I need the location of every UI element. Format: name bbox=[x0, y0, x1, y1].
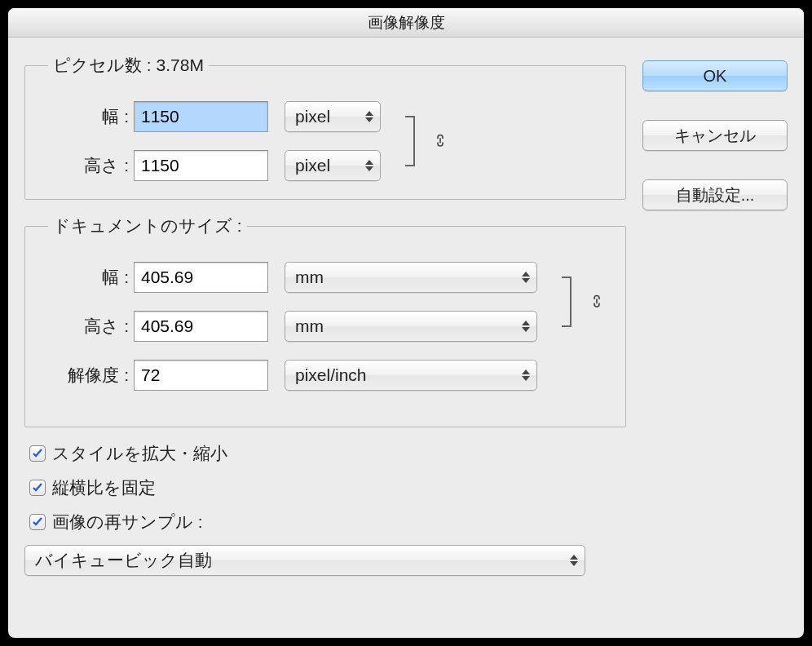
stepper-icon bbox=[570, 555, 578, 566]
dialog-window: 画像解像度 ピクセル数 : 3.78M 幅 : pixel bbox=[8, 8, 804, 638]
resample-label: 画像の再サンプル : bbox=[52, 511, 203, 533]
resolution-label: 解像度 : bbox=[40, 364, 134, 387]
pixel-size-value: 3.78M bbox=[157, 55, 204, 74]
stepper-icon bbox=[522, 272, 530, 283]
document-size-group: ドキュメントのサイズ : 幅 : mm 高さ : bbox=[24, 215, 626, 427]
ok-button-label: OK bbox=[704, 67, 727, 86]
main-column: ピクセル数 : 3.78M 幅 : pixel 高さ bbox=[24, 54, 626, 576]
document-size-legend: ドキュメントのサイズ : bbox=[48, 215, 247, 237]
pixel-dimensions-legend: ピクセル数 : 3.78M bbox=[48, 54, 209, 77]
pixel-height-unit-select[interactable]: pixel bbox=[285, 150, 381, 181]
pixel-width-unit-select[interactable]: pixel bbox=[285, 101, 381, 132]
doc-link-column bbox=[545, 262, 611, 409]
stepper-icon bbox=[522, 321, 530, 332]
doc-width-label: 幅 : bbox=[40, 266, 134, 289]
ok-button[interactable]: OK bbox=[642, 60, 788, 91]
stepper-icon bbox=[365, 160, 373, 171]
chain-link-icon bbox=[433, 134, 448, 148]
stepper-icon bbox=[365, 111, 373, 122]
doc-width-unit-value: mm bbox=[295, 268, 324, 287]
doc-height-input[interactable] bbox=[134, 311, 268, 342]
cancel-button-label: キャンセル bbox=[674, 125, 756, 147]
titlebar: 画像解像度 bbox=[8, 8, 804, 38]
doc-width-input[interactable] bbox=[134, 262, 268, 293]
scale-styles-checkbox-row[interactable]: スタイルを拡大・縮小 bbox=[24, 442, 626, 465]
pixel-height-unit-value: pixel bbox=[295, 156, 330, 175]
dialog-content: ピクセル数 : 3.78M 幅 : pixel 高さ bbox=[8, 38, 804, 592]
stepper-icon bbox=[522, 369, 530, 381]
pixel-height-input[interactable] bbox=[134, 150, 268, 181]
link-bracket-icon bbox=[570, 277, 571, 327]
resample-method-value: バイキュービック自動 bbox=[35, 549, 212, 572]
pixel-dimensions-group: ピクセル数 : 3.78M 幅 : pixel 高さ bbox=[24, 54, 626, 200]
doc-width-unit-select[interactable]: mm bbox=[285, 262, 537, 293]
side-column: OK キャンセル 自動設定... bbox=[642, 54, 788, 576]
resolution-input[interactable] bbox=[134, 360, 268, 391]
pixel-width-label: 幅 : bbox=[40, 105, 134, 128]
pixel-height-label: 高さ : bbox=[40, 154, 134, 177]
pixel-link-column bbox=[389, 101, 454, 181]
doc-height-unit-value: mm bbox=[295, 316, 324, 336]
window-title: 画像解像度 bbox=[368, 12, 445, 33]
auto-button[interactable]: 自動設定... bbox=[642, 179, 788, 210]
pixel-width-unit-value: pixel bbox=[295, 107, 330, 126]
link-bracket-icon bbox=[413, 116, 415, 166]
scale-styles-label: スタイルを拡大・縮小 bbox=[52, 442, 227, 465]
checkbox-icon bbox=[29, 445, 46, 462]
pixel-legend-prefix: ピクセル数 : bbox=[53, 55, 157, 74]
resample-method-select[interactable]: バイキュービック自動 bbox=[24, 545, 585, 576]
chain-link-icon bbox=[589, 294, 604, 309]
auto-button-label: 自動設定... bbox=[676, 184, 755, 206]
resolution-unit-value: pixel/inch bbox=[295, 365, 367, 385]
doc-height-label: 高さ : bbox=[40, 315, 134, 338]
doc-height-unit-select[interactable]: mm bbox=[285, 311, 537, 342]
constrain-proportions-label: 縦横比を固定 bbox=[52, 476, 156, 499]
pixel-width-input[interactable] bbox=[134, 101, 268, 132]
checkbox-icon bbox=[29, 514, 46, 530]
resolution-unit-select[interactable]: pixel/inch bbox=[285, 360, 537, 391]
cancel-button[interactable]: キャンセル bbox=[642, 120, 788, 151]
constrain-proportions-checkbox-row[interactable]: 縦横比を固定 bbox=[24, 476, 626, 499]
checkbox-icon bbox=[29, 480, 46, 496]
resample-checkbox-row[interactable]: 画像の再サンプル : bbox=[24, 511, 626, 533]
